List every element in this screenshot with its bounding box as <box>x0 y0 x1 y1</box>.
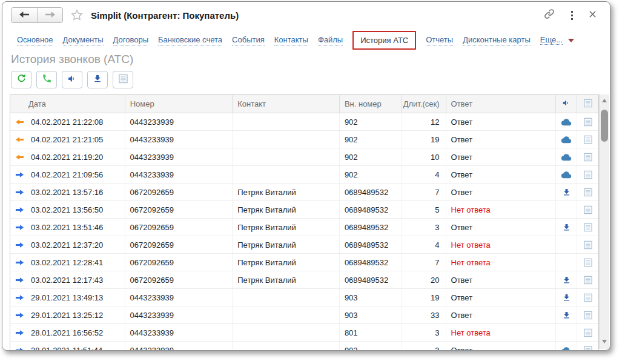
column-header-contact[interactable]: Контакт <box>233 95 340 113</box>
table-row[interactable]: 03.02.2021 12:28:41 0672092659 Петряк Ви… <box>10 254 598 271</box>
history-nav-buttons <box>11 7 63 23</box>
call-date: 04.02.2021 21:19:20 <box>31 153 103 162</box>
answer-status: Ответ <box>446 184 557 200</box>
cloud-icon[interactable] <box>556 342 577 350</box>
incoming-call-arrow-icon <box>15 240 25 250</box>
tab-3[interactable]: Договоры <box>113 35 148 45</box>
download-icon[interactable] <box>556 184 577 200</box>
document-icon[interactable] <box>577 131 598 148</box>
vertical-scrollbar[interactable] <box>599 94 609 349</box>
copy-link-icon[interactable] <box>543 8 555 22</box>
caller-number: 0443233939 <box>125 113 233 130</box>
close-icon[interactable] <box>589 10 597 21</box>
internal-number: 801 <box>340 324 402 341</box>
table-row[interactable]: 04.02.2021 21:19:20 0443233939 902 10 От… <box>10 148 598 166</box>
download-button[interactable] <box>87 71 108 88</box>
answer-status: Ответ <box>446 166 557 183</box>
download-icon[interactable] <box>556 219 577 236</box>
card-button[interactable] <box>113 71 133 88</box>
caller-number: 0443233939 <box>125 148 233 165</box>
document-icon[interactable] <box>577 306 598 323</box>
column-header-memo[interactable] <box>577 95 598 113</box>
document-icon[interactable] <box>577 184 598 200</box>
more-menu-label: Еще... <box>540 35 563 45</box>
title-bar: Simplit (Контрагент: Покупатель) <box>2 6 610 24</box>
tab-1[interactable]: Основное <box>17 35 53 45</box>
tab-8[interactable]: История АТС <box>352 31 416 50</box>
forward-arrow-icon <box>45 10 55 21</box>
call-button[interactable] <box>36 71 57 88</box>
document-icon[interactable] <box>577 236 598 253</box>
contact-name: Петряк Виталий <box>233 254 340 271</box>
column-header-internal[interactable]: Вн. номер <box>340 95 402 113</box>
cloud-icon[interactable] <box>556 166 577 183</box>
tab-10[interactable]: Дисконтные карты <box>463 35 531 45</box>
document-icon <box>119 74 128 86</box>
table-row[interactable]: 29.01.2021 13:25:12 0443233939 903 33 От… <box>10 306 598 324</box>
document-icon[interactable] <box>577 148 598 165</box>
answer-status: Ответ <box>446 289 557 306</box>
table-row[interactable]: 04.02.2021 21:09:56 0443233939 902 4 Отв… <box>10 166 598 184</box>
table-row[interactable]: 03.02.2021 12:17:43 0672092659 Петряк Ви… <box>10 271 598 289</box>
document-icon[interactable] <box>577 201 598 218</box>
cloud-icon[interactable] <box>556 148 577 165</box>
scroll-up-button[interactable] <box>600 96 609 105</box>
table-row[interactable]: 29.01.2021 13:49:13 0443233939 903 19 От… <box>10 289 598 306</box>
more-menu[interactable]: Еще... <box>540 35 574 45</box>
table-row[interactable]: 03.02.2021 13:57:16 0672092659 Петряк Ви… <box>10 184 598 201</box>
table-row[interactable]: 28.01.2021 11:51:44 0443233939 902 3 Отв… <box>10 342 598 350</box>
download-icon[interactable] <box>556 289 577 306</box>
back-button[interactable] <box>12 8 37 22</box>
column-header-answer[interactable]: Ответ <box>446 95 557 113</box>
listen-button[interactable] <box>62 71 82 88</box>
column-header-number[interactable]: Номер <box>125 95 233 113</box>
download-icon[interactable] <box>556 271 577 288</box>
favorite-star-icon[interactable] <box>70 8 84 22</box>
call-date: 04.02.2021 21:09:56 <box>31 170 103 179</box>
document-icon[interactable] <box>577 342 598 350</box>
tab-2[interactable]: Документы <box>63 35 104 45</box>
refresh-button[interactable] <box>11 71 31 88</box>
internal-number: 902 <box>340 342 402 350</box>
audio-cell[interactable] <box>556 254 577 271</box>
document-icon[interactable] <box>577 289 598 306</box>
column-header-duration[interactable]: Длит.(сек) <box>402 95 446 113</box>
audio-cell[interactable] <box>556 236 577 253</box>
document-icon[interactable] <box>577 166 598 183</box>
table-row[interactable]: 04.02.2021 21:21:05 0443233939 902 19 От… <box>10 131 598 148</box>
table-row[interactable]: 28.01.2021 16:56:52 0443233939 801 3 Нет… <box>10 324 598 342</box>
internal-number: 902 <box>340 113 402 130</box>
document-icon[interactable] <box>577 219 598 236</box>
document-icon <box>584 99 592 110</box>
document-icon[interactable] <box>577 113 598 130</box>
tab-6[interactable]: Контакты <box>274 35 308 45</box>
caller-number: 0443233939 <box>125 306 233 323</box>
cloud-icon[interactable] <box>556 131 577 148</box>
call-date: 28.01.2021 16:56:52 <box>31 328 103 337</box>
table-row[interactable]: 03.02.2021 12:37:20 0672092659 Петряк Ви… <box>10 236 598 254</box>
document-icon[interactable] <box>577 324 598 341</box>
tab-5[interactable]: События <box>232 35 265 45</box>
tab-7[interactable]: Файлы <box>318 35 343 45</box>
document-icon[interactable] <box>577 254 598 271</box>
table-row[interactable]: 03.02.2021 13:56:50 0672092659 Петряк Ви… <box>10 201 598 219</box>
triangle-down-icon <box>602 340 607 343</box>
more-menu-icon[interactable] <box>570 10 574 21</box>
download-icon[interactable] <box>556 306 577 323</box>
speaker-icon <box>67 74 77 86</box>
table-row[interactable]: 03.02.2021 13:51:46 0672092659 Петряк Ви… <box>10 219 598 236</box>
forward-button[interactable] <box>37 8 62 22</box>
cloud-icon[interactable] <box>556 113 577 130</box>
column-header-audio[interactable] <box>556 95 577 113</box>
scrollbar-thumb[interactable] <box>601 110 608 142</box>
document-icon[interactable] <box>577 271 598 288</box>
audio-cell[interactable] <box>556 201 577 218</box>
nav-tabs: ОсновноеДокументыДоговорыБанковские счет… <box>17 30 605 50</box>
audio-cell[interactable] <box>556 324 577 341</box>
tab-9[interactable]: Отчеты <box>426 35 453 45</box>
tab-4[interactable]: Банковские счета <box>158 35 222 45</box>
scroll-down-button[interactable] <box>600 337 609 346</box>
call-date: 28.01.2021 11:51:44 <box>31 346 102 351</box>
column-header-date[interactable]: Дата <box>10 95 125 113</box>
table-row[interactable]: 04.02.2021 21:22:08 0443233939 902 12 От… <box>10 113 598 131</box>
